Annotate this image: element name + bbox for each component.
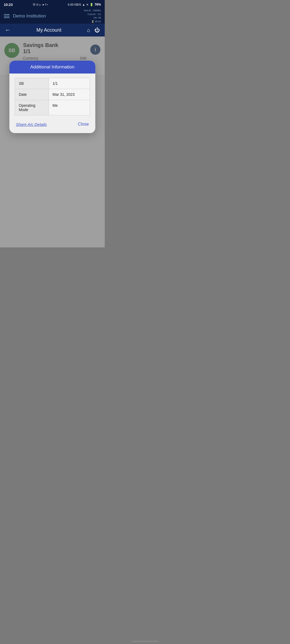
cust-id: Cust.ID : 1/1 bbox=[84, 13, 101, 16]
call-icon: ✆ bbox=[36, 3, 38, 6]
nav-actions: ⌂ ⏻ bbox=[87, 27, 100, 33]
table-cell-label: Date bbox=[15, 89, 49, 100]
header-time: ⌛ 09:22 bbox=[84, 20, 101, 24]
media-icon: ▷ bbox=[39, 3, 41, 6]
modal-overlay: Additional Information SB1/1DateMar 31, … bbox=[0, 36, 105, 247]
close-button[interactable]: Close bbox=[78, 122, 89, 127]
notification-icon: Ⓑ bbox=[33, 3, 35, 6]
modal-actions: Share A/c Details Close bbox=[9, 115, 95, 127]
header-title: Demo Institution bbox=[13, 13, 46, 19]
modal-header: Additional Information bbox=[9, 61, 95, 74]
status-bar: 10:23 Ⓑ ✆ ▷ ➤ f • 6.00 KB/S ▲ ✕ 🔋 76% bbox=[0, 0, 105, 9]
header-bar: Demo Institution Inst.ID : 100001 Cust.I… bbox=[0, 9, 105, 24]
battery-icon: 🔋 bbox=[90, 3, 93, 6]
back-button[interactable]: ← bbox=[5, 27, 11, 34]
additional-info-modal: Additional Information SB1/1DateMar 31, … bbox=[9, 61, 95, 133]
table-row: DateMar 31, 2023 bbox=[15, 89, 90, 100]
dot-icon: • bbox=[47, 3, 48, 6]
status-right: 6.00 KB/S ▲ ✕ 🔋 76% bbox=[68, 3, 101, 6]
network-speed: 6.00 KB/S bbox=[68, 3, 81, 6]
power-icon[interactable]: ⏻ bbox=[95, 27, 100, 33]
version: Ver. 56 bbox=[84, 16, 101, 20]
page-title: My Account bbox=[36, 27, 61, 33]
fb-icon: f bbox=[45, 3, 46, 6]
header-left: Demo Institution bbox=[4, 13, 46, 19]
modal-body: SB1/1DateMar 31, 2023Operating ModeMe bbox=[9, 74, 95, 115]
nav-bar: ← My Account ⌂ ⏻ bbox=[0, 24, 105, 36]
table-row: Operating ModeMe bbox=[15, 100, 90, 115]
table-row: SB1/1 bbox=[15, 78, 90, 89]
header-info: Inst.ID : 100001 Cust.ID : 1/1 Ver. 56 ⌛… bbox=[84, 9, 101, 23]
status-time: 10:23 bbox=[4, 3, 13, 7]
table-cell-value: Me bbox=[49, 100, 90, 115]
info-table: SB1/1DateMar 31, 2023Operating ModeMe bbox=[15, 78, 90, 115]
inst-id: Inst.ID : 100001 bbox=[84, 9, 101, 13]
table-cell-value: 1/1 bbox=[49, 78, 90, 89]
wifi-icon: ▲ bbox=[82, 3, 85, 6]
location-icon: ➤ bbox=[42, 3, 44, 6]
modal-title: Additional Information bbox=[30, 64, 74, 69]
table-cell-label: SB bbox=[15, 78, 49, 89]
home-icon[interactable]: ⌂ bbox=[87, 27, 90, 33]
battery-level: 76% bbox=[95, 3, 101, 6]
table-cell-value: Mar 31, 2023 bbox=[49, 89, 90, 100]
hamburger-menu[interactable] bbox=[4, 14, 10, 18]
sim-icon: ✕ bbox=[86, 3, 89, 6]
table-cell-label: Operating Mode bbox=[15, 100, 49, 115]
main-content: SB Savings Bank 1/1 Currency INR Book Ba… bbox=[0, 36, 105, 247]
share-ac-details-link[interactable]: Share A/c Details bbox=[16, 122, 47, 127]
status-icons: Ⓑ ✆ ▷ ➤ f • bbox=[33, 3, 48, 6]
